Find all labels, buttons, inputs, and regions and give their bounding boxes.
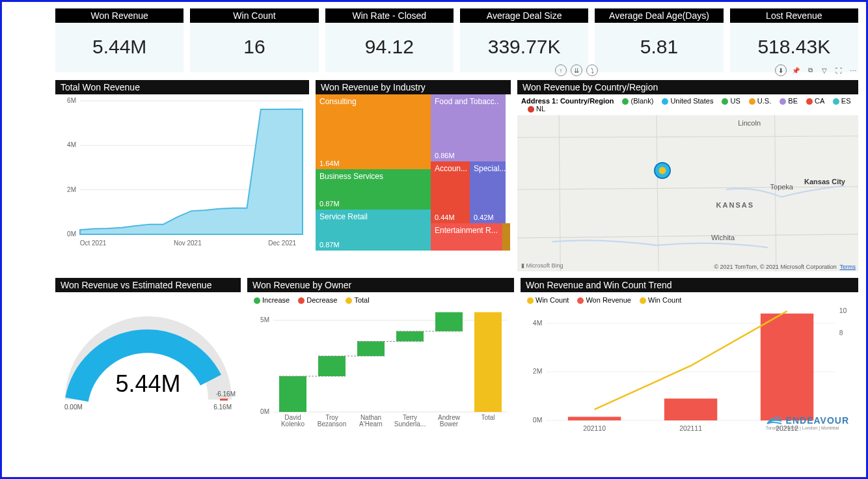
tree-cell-consulting[interactable]: Consulting 1.64M	[316, 94, 431, 169]
gauge-value: 5.44M	[115, 370, 180, 398]
svg-text:Kolenko: Kolenko	[281, 420, 305, 428]
kpi-row: Won Revenue 5.44M Win Count 16 Win Rate …	[55, 8, 858, 72]
svg-text:10: 10	[839, 308, 847, 314]
svg-text:0M: 0M	[533, 417, 542, 424]
owner-chart[interactable]: 0M5MDavidKolenkoTroyBezansonNathanA'Hear…	[247, 308, 514, 435]
tree-label: Service Retail	[319, 212, 368, 221]
kpi-label: Lost Revenue	[730, 8, 858, 23]
kpi-value: 5.44M	[55, 23, 183, 72]
map-bing: ▮ Microsoft Bing	[521, 262, 563, 269]
tree-value: 0.86M	[435, 152, 455, 159]
svg-rect-33	[435, 312, 463, 331]
filter-icon[interactable]: ▽	[819, 64, 830, 76]
tree-cell-accoun[interactable]: Accoun... 0.44M	[431, 161, 470, 223]
svg-text:4M: 4M	[67, 141, 76, 148]
svg-rect-11	[517, 115, 858, 271]
svg-rect-48	[664, 399, 717, 421]
map-label: Topeka	[770, 183, 793, 191]
owner-legend: Increase Decrease Total	[247, 292, 514, 308]
panel-revenue-by-industry[interactable]: Won Revenue by Industry Consulting 1.64M…	[316, 80, 511, 271]
svg-text:202110: 202110	[583, 425, 606, 432]
svg-text:A'Hearn: A'Hearn	[359, 420, 383, 428]
svg-text:2M: 2M	[533, 368, 542, 376]
tree-label: Food and Tobacc..	[435, 97, 499, 106]
panel-trend[interactable]: Won Revenue and Win Count Trend Win Coun…	[521, 278, 858, 442]
svg-text:Nov 2021: Nov 2021	[174, 240, 202, 247]
svg-text:Bower: Bower	[440, 420, 459, 428]
tree-cell-service[interactable]: Service Retail 0.87M	[316, 210, 431, 251]
svg-rect-50	[761, 314, 813, 420]
map-legend-title: Address 1: Country/Region	[521, 97, 614, 105]
tree-cell-special[interactable]: Special... 0.42M	[470, 161, 506, 223]
kpi-win-count[interactable]: Win Count 16	[190, 8, 318, 72]
svg-rect-25	[357, 342, 385, 357]
panel-title: Won Revenue and Win Count Trend	[521, 278, 858, 292]
panel-total-won-revenue[interactable]: Total Won Revenue 0M2M4M6MOct 2021Nov 20…	[55, 80, 309, 271]
focus-icon[interactable]: ⛶	[834, 64, 844, 76]
map-canvas[interactable]: Lincoln Topeka Kansas City KANSAS Wichit…	[517, 115, 858, 271]
kpi-value: 94.12	[325, 23, 454, 72]
svg-text:Oct 2021: Oct 2021	[80, 240, 107, 247]
gauge-max: 6.16M	[213, 404, 232, 411]
svg-text:0M: 0M	[260, 408, 269, 415]
drill-down-icon[interactable]: ⇊	[571, 64, 582, 76]
kpi-label: Average Deal Age(Days)	[595, 8, 723, 23]
copy-icon[interactable]: ⧉	[805, 64, 815, 76]
map-label: Wichita	[711, 234, 735, 241]
expand-level-icon[interactable]: ⤵	[586, 64, 598, 76]
area-chart[interactable]: 0M2M4M6MOct 2021Nov 2021Dec 2021	[55, 94, 309, 251]
trend-legend: Win Count Won Revenue Win Count	[521, 292, 858, 308]
kpi-label: Average Deal Size	[460, 8, 588, 23]
panel-title: Won Revenue by Owner	[247, 278, 514, 292]
drill-up-icon[interactable]: ↑	[555, 64, 567, 76]
map-attribution: © 2021 TomTom, © 2021 Microsoft Corporat…	[714, 264, 856, 270]
svg-text:0M: 0M	[67, 230, 76, 238]
kpi-label: Win Count	[190, 8, 318, 23]
map-terms-link[interactable]: Terms	[840, 264, 856, 270]
panel-gauge[interactable]: Won Revenue vs Estimated Revenue 5.44M 0…	[55, 278, 241, 442]
kpi-won-revenue[interactable]: Won Revenue 5.44M	[55, 8, 183, 72]
tree-label: Consulting	[319, 97, 357, 106]
tree-cell-entertain[interactable]: Entertainment R...	[431, 223, 502, 251]
map-label: Lincoln	[738, 119, 761, 127]
panel-revenue-by-country[interactable]: ↑ ⇊ ⤵ ⬇ 📌 ⧉ ▽ ⛶ ⋯ Won Revenue by Country…	[517, 80, 858, 271]
map-label: KANSAS	[716, 201, 754, 209]
map-bubble[interactable]	[654, 162, 671, 179]
more-icon[interactable]: ⋯	[848, 64, 858, 76]
tree-value: 1.64M	[319, 159, 340, 167]
kpi-win-rate[interactable]: Win Rate - Closed 94.12	[325, 8, 454, 72]
kpi-label: Win Rate - Closed	[325, 8, 454, 23]
panel-title: Won Revenue by Country/Region	[517, 80, 858, 94]
tree-label: Entertainment R...	[435, 226, 498, 235]
svg-text:8: 8	[839, 329, 843, 336]
svg-rect-46	[568, 417, 621, 421]
svg-text:Dec 2021: Dec 2021	[268, 240, 296, 247]
svg-rect-21	[318, 356, 346, 376]
svg-text:Total: Total	[481, 414, 495, 421]
map-label: Kansas City	[804, 178, 845, 185]
tree-label: Special...	[474, 164, 506, 173]
tree-value: 0.87M	[319, 200, 340, 208]
tree-value: 0.87M	[319, 241, 340, 249]
kpi-lost-revenue[interactable]: Lost Revenue 518.43K	[730, 8, 858, 72]
tree-value: 0.42M	[474, 213, 494, 221]
tree-cell-business[interactable]: Business Services 0.87M	[316, 169, 431, 210]
gauge-target: ·6.16M	[215, 390, 236, 398]
panel-title: Won Revenue vs Estimated Revenue	[55, 278, 241, 292]
brand-logo: ENDEAVOUR Toronto | Halifax | London | M…	[766, 415, 849, 430]
panel-owner[interactable]: Won Revenue by Owner Increase Decrease T…	[247, 278, 514, 442]
svg-text:4M: 4M	[533, 320, 542, 327]
tree-label: Business Services	[319, 172, 383, 181]
panel-title: Total Won Revenue	[55, 80, 309, 94]
drill-toggle-icon[interactable]: ⬇	[775, 64, 787, 76]
pin-icon[interactable]: 📌	[791, 64, 801, 76]
gauge-chart[interactable]: 5.44M 0.00M 6.16M ·6.16M	[55, 292, 241, 442]
svg-text:2M: 2M	[67, 186, 76, 193]
svg-text:Sunderla...: Sunderla...	[394, 420, 426, 428]
svg-text:Bezanson: Bezanson	[318, 420, 346, 428]
kpi-avg-deal[interactable]: Average Deal Size 339.77K	[460, 8, 588, 72]
treemap-chart[interactable]: Consulting 1.64M Business Services 0.87M…	[316, 94, 511, 251]
kpi-value: 16	[190, 23, 318, 72]
tree-cell-food[interactable]: Food and Tobacc.. 0.86M	[431, 94, 506, 161]
kpi-avg-age[interactable]: Average Deal Age(Days) 5.81	[595, 8, 723, 72]
